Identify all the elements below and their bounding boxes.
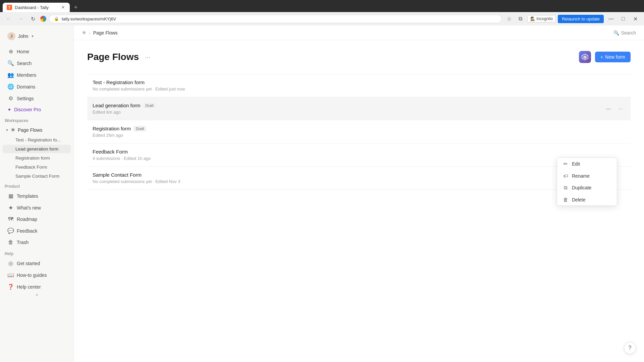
user-menu[interactable]: J John ▾ — [3, 28, 71, 44]
form-item-subtitle: Edited 6m ago — [93, 110, 598, 115]
sidebar-item-how-to[interactable]: 📖 How-to guides — [3, 269, 71, 281]
window-close-button[interactable]: ✕ — [631, 14, 640, 23]
workspace-icon: ✳ — [11, 127, 15, 133]
back-button[interactable]: ← — [4, 14, 13, 23]
context-menu-item-duplicate[interactable]: ⧉ Duplicate — [557, 182, 617, 194]
form-minimize-button[interactable]: — — [604, 104, 613, 113]
new-form-label: New form — [605, 54, 625, 60]
sidebar-item-home[interactable]: ⊕ Home — [3, 46, 71, 57]
form-item-title-row: Feedback Form — [93, 149, 625, 155]
avatar: J — [7, 32, 15, 40]
help-question-button[interactable]: ? — [624, 342, 636, 354]
form-item-content: Test - Registration form No completed su… — [87, 79, 631, 92]
sidebar-sub-item-feedback[interactable]: Feedback Form — [3, 163, 71, 171]
browser-nav-bar: ← → ↻ 🔒 tally.so/workspaces/mKYj6V ☆ ⧉ 🕵… — [0, 12, 644, 25]
header-search-button[interactable]: 🔍 Search — [613, 30, 636, 36]
sidebar-item-domains[interactable]: 🌐 Domains — [3, 81, 71, 92]
svg-marker-1 — [583, 55, 587, 59]
sidebar-sub-item-lead-gen[interactable]: Lead generation form — [3, 145, 71, 153]
content-header: ✳ › Page Flows 🔍 Search — [74, 25, 644, 40]
sidebar-item-label: Feedback — [17, 228, 37, 234]
context-menu-edit-label: Edit — [572, 161, 580, 167]
form-list: Test - Registration form No completed su… — [87, 74, 631, 190]
reload-button[interactable]: ↻ — [28, 14, 38, 23]
pro-icon: ✦ — [7, 107, 11, 112]
sidebar-item-get-started[interactable]: ◎ Get started — [3, 258, 71, 269]
page-title-left: Page Flows ··· — [87, 52, 153, 62]
sub-item-label: Lead generation form — [15, 146, 58, 152]
form-item-title-row: Registration form Draft — [93, 126, 625, 131]
sidebar-item-templates[interactable]: ▦ Templates — [3, 190, 71, 201]
form-item-title: Lead generation form — [93, 103, 141, 108]
sidebar-item-whats-new[interactable]: ★ What's new — [3, 202, 71, 213]
sidebar-item-members[interactable]: 👥 Members — [3, 69, 71, 80]
home-icon: ⊕ — [7, 48, 14, 55]
form-item-sample-contact[interactable]: Sample Contact Form No completed submiss… — [87, 167, 631, 190]
sidebar: J John ▾ ⊕ Home 🔍 Search 👥 Members 🌐 Dom… — [0, 25, 74, 362]
active-tab[interactable]: T Dashboard - Tally ✕ — [3, 3, 70, 12]
new-form-button[interactable]: + New form — [595, 52, 631, 62]
context-menu-rename-label: Rename — [572, 173, 590, 179]
app-container: J John ▾ ⊕ Home 🔍 Search 👥 Members 🌐 Dom… — [0, 25, 644, 362]
sidebar-sub-item-sample-contact[interactable]: Sample Contact Form — [3, 172, 71, 180]
form-more-button[interactable]: ··· — [616, 104, 625, 113]
new-form-icon: + — [600, 54, 603, 60]
form-item-feedback[interactable]: Feedback Form 4 submissions · Edited 1h … — [87, 143, 631, 167]
form-item-reg-form[interactable]: Registration form Draft Edited 26m ago — [87, 120, 631, 143]
context-menu-item-delete[interactable]: 🗑 Delete — [557, 194, 617, 205]
how-to-icon: 📖 — [7, 272, 14, 278]
address-bar[interactable]: 🔒 tally.so/workspaces/mKYj6V — [49, 15, 502, 23]
context-menu-item-edit[interactable]: ✏ Edit — [557, 158, 617, 170]
form-item-lead-gen[interactable]: Lead generation form Draft Edited 6m ago… — [87, 97, 631, 120]
browser-chrome: T Dashboard - Tally ✕ + ← → ↻ 🔒 tally.so… — [0, 0, 644, 25]
form-item-subtitle: Edited 26m ago — [93, 133, 625, 138]
new-tab-button[interactable]: + — [71, 3, 80, 12]
page-title-row: Page Flows ··· + New form — [87, 51, 631, 63]
sidebar-item-trash[interactable]: 🗑 Trash — [3, 237, 71, 248]
sidebar-item-help-center[interactable]: ❓ Help center — [3, 281, 71, 292]
sidebar-item-discover-pro[interactable]: ✦ Discover Pro — [3, 105, 71, 115]
search-icon: 🔍 — [7, 60, 14, 66]
form-item-test-reg[interactable]: Test - Registration form No completed su… — [87, 74, 631, 97]
scroll-indicator — [0, 293, 73, 297]
window-maximize-button[interactable]: □ — [619, 14, 628, 23]
page-title-right: + New form — [579, 51, 631, 63]
window-minimize-button[interactable]: — — [606, 14, 616, 23]
workspace-name: Page Flows — [18, 127, 42, 133]
bookmark-button[interactable]: ☆ — [504, 14, 514, 23]
sidebar-item-settings[interactable]: ⚙ Settings — [3, 93, 71, 104]
form-item-title: Registration form — [93, 126, 131, 131]
trash-icon: 🗑 — [7, 239, 14, 245]
draft-badge: Draft — [143, 103, 156, 108]
context-menu-item-rename[interactable]: 🏷 Rename — [557, 170, 617, 182]
tab-close-button[interactable]: ✕ — [60, 5, 66, 10]
sidebar-item-feedback[interactable]: 💬 Feedback — [3, 225, 71, 236]
form-item-subtitle: No completed submissions yet · Edited ju… — [93, 86, 625, 92]
sidebar-sub-item-test-reg[interactable]: Test - Registration fo... — [3, 136, 71, 144]
context-menu: ✏ Edit 🏷 Rename ⧉ Duplicate 🗑 Delete — [557, 158, 617, 206]
breadcrumb-workspace-icon: ✳ — [82, 29, 86, 36]
workspace-item-page-flows[interactable]: ▾ ✳ Page Flows — [3, 125, 71, 135]
incognito-indicator: 🕵 Incognito — [527, 15, 556, 22]
split-view-button[interactable]: ⧉ — [516, 14, 525, 23]
incognito-icon: 🕵 — [530, 16, 535, 21]
forward-button[interactable]: → — [16, 14, 25, 23]
sidebar-item-label: Templates — [17, 193, 38, 199]
relaunch-button[interactable]: Relaunch to update — [558, 15, 604, 23]
draft-badge: Draft — [133, 126, 146, 131]
page-title-more-button[interactable]: ··· — [143, 53, 153, 62]
breadcrumb-current-page: Page Flows — [93, 30, 118, 36]
sidebar-item-roadmap[interactable]: 🗺 Roadmap — [3, 214, 71, 225]
form-item-title-row: Test - Registration form — [93, 79, 625, 85]
tab-title: Dashboard - Tally — [15, 5, 49, 10]
discover-pro-label: Discover Pro — [14, 107, 41, 112]
context-menu-duplicate-label: Duplicate — [572, 185, 591, 190]
sidebar-sub-item-reg-form[interactable]: Registration form — [3, 154, 71, 162]
main-content: ✳ › Page Flows 🔍 Search Page Flows ··· — [74, 25, 644, 362]
whats-new-icon: ★ — [7, 204, 14, 211]
sidebar-item-label: Members — [17, 72, 36, 78]
sub-item-label: Test - Registration fo... — [15, 137, 61, 142]
sub-item-label: Sample Contact Form — [15, 174, 59, 179]
context-menu-delete-label: Delete — [572, 197, 585, 202]
sidebar-item-search[interactable]: 🔍 Search — [3, 58, 71, 69]
